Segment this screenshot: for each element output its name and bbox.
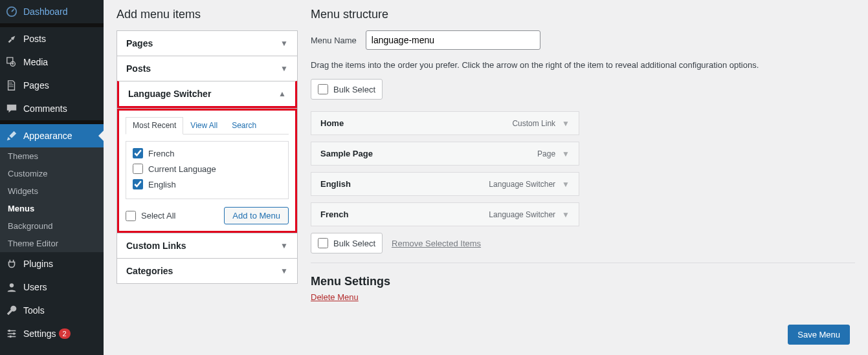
submenu-themes[interactable]: Themes <box>0 147 104 165</box>
option-label: French <box>148 149 174 158</box>
sidebar-item-users[interactable]: Users <box>0 275 104 299</box>
menu-item-french[interactable]: French Language Switcher▼ <box>311 202 579 226</box>
remove-selected-link[interactable]: Remove Selected Items <box>392 239 481 248</box>
menu-name-input[interactable] <box>366 30 540 50</box>
panel-pages[interactable]: Pages ▼ <box>117 31 297 56</box>
submenu-customize[interactable]: Customize <box>0 165 104 182</box>
menu-item-type: Custom Link <box>512 119 555 128</box>
panel-label: Categories <box>126 266 173 276</box>
save-menu-button[interactable]: Save Menu <box>788 325 850 345</box>
submenu-background[interactable]: Background <box>0 217 104 235</box>
tab-search[interactable]: Search <box>225 117 263 134</box>
chevron-down-icon[interactable]: ▼ <box>562 119 570 128</box>
sidebar-label: Dashboard <box>23 6 68 17</box>
menu-item-title: Home <box>320 118 344 128</box>
chevron-down-icon: ▼ <box>280 266 288 275</box>
checkbox-select-all[interactable] <box>126 211 136 221</box>
user-icon <box>5 281 18 294</box>
pin-icon <box>5 32 18 45</box>
submenu-menus[interactable]: Menus <box>0 200 104 217</box>
menu-item-english[interactable]: English Language Switcher▼ <box>311 172 579 196</box>
brush-icon <box>5 129 18 142</box>
add-to-menu-button[interactable]: Add to Menu <box>224 207 289 224</box>
sidebar-item-posts[interactable]: Posts <box>0 27 104 50</box>
tab-group: Most Recent View All Search <box>126 117 289 134</box>
sidebar-item-plugins[interactable]: Plugins <box>0 252 104 275</box>
sidebar-item-comments[interactable]: Comments <box>0 97 104 120</box>
panel-label: Pages <box>126 38 153 48</box>
panel-posts[interactable]: Posts ▼ <box>117 56 297 81</box>
plug-icon <box>5 257 18 270</box>
sidebar-item-dashboard[interactable]: Dashboard <box>0 0 104 23</box>
chevron-up-icon: ▲ <box>278 89 286 98</box>
sidebar-label: Users <box>23 282 47 292</box>
sidebar-item-pages[interactable]: Pages <box>0 74 104 97</box>
add-menu-heading: Add menu items <box>117 8 298 21</box>
language-options: French Current Language English <box>126 141 289 199</box>
sidebar-label: Plugins <box>23 259 53 269</box>
sidebar-item-appearance[interactable]: Appearance <box>0 124 104 147</box>
sliders-icon <box>5 327 18 340</box>
bulk-select-top-checkbox[interactable] <box>318 84 328 94</box>
chevron-down-icon: ▼ <box>280 64 288 73</box>
option-label: Current Language <box>148 164 216 174</box>
tab-most-recent[interactable]: Most Recent <box>126 117 183 134</box>
sidebar-label: Settings <box>23 328 56 339</box>
checkbox-french[interactable] <box>133 148 143 158</box>
sidebar-label: Media <box>23 57 48 67</box>
panel-label: Custom Links <box>126 241 186 251</box>
panel-label: Language Switcher <box>128 89 211 99</box>
comment-icon <box>5 102 18 115</box>
delete-menu-link[interactable]: Delete Menu <box>311 292 359 302</box>
panel-language-switcher[interactable]: Language Switcher ▲ <box>117 81 297 108</box>
language-switcher-body: Most Recent View All Search French <box>117 109 297 233</box>
add-menu-accordion: Pages ▼ Posts ▼ Language Switcher ▲ Most… <box>117 30 298 284</box>
sidebar-item-tools[interactable]: Tools <box>0 299 104 322</box>
panel-categories[interactable]: Categories ▼ <box>117 258 297 283</box>
dashboard-icon <box>5 5 18 18</box>
checkbox-english[interactable] <box>133 179 143 189</box>
sidebar-label: Appearance <box>23 131 72 141</box>
submenu-theme-editor[interactable]: Theme Editor <box>0 235 104 252</box>
content-area: Add menu items Pages ▼ Posts ▼ Language … <box>104 0 868 355</box>
tab-view-all[interactable]: View All <box>183 117 225 134</box>
chevron-down-icon[interactable]: ▼ <box>562 210 570 219</box>
menu-item-title: English <box>320 179 351 189</box>
media-icon <box>5 56 18 69</box>
menu-item-home[interactable]: Home Custom Link▼ <box>311 111 579 135</box>
sidebar-label: Tools <box>23 305 45 316</box>
svg-point-2 <box>10 283 14 287</box>
menu-item-type: Language Switcher <box>489 180 555 189</box>
menu-name-label: Menu Name <box>311 36 357 45</box>
menu-item-type: Page <box>537 149 555 158</box>
sidebar-label: Pages <box>23 80 49 91</box>
submenu-widgets[interactable]: Widgets <box>0 182 104 200</box>
page-icon <box>5 79 18 92</box>
menu-items-list: Home Custom Link▼ Sample Page Page▼ Engl… <box>311 111 579 226</box>
svg-point-3 <box>8 330 11 332</box>
wrench-icon <box>5 304 18 317</box>
chevron-down-icon: ▼ <box>280 39 288 48</box>
svg-point-4 <box>13 332 16 335</box>
select-all-label: Select All <box>141 211 175 221</box>
menu-item-type: Language Switcher <box>489 210 555 219</box>
menu-item-sample-page[interactable]: Sample Page Page▼ <box>311 142 579 166</box>
bulk-select-label: Bulk Select <box>333 85 375 94</box>
sidebar-item-media[interactable]: Media <box>0 50 104 74</box>
menu-structure-heading: Menu structure <box>311 8 855 21</box>
panel-custom-links[interactable]: Custom Links ▼ <box>117 233 297 258</box>
admin-sidebar: Dashboard Posts Media Pages Comments App… <box>0 0 104 355</box>
chevron-down-icon[interactable]: ▼ <box>562 180 570 189</box>
menu-item-title: French <box>320 210 348 219</box>
chevron-down-icon[interactable]: ▼ <box>562 149 570 158</box>
bulk-select-bottom-checkbox[interactable] <box>318 238 328 248</box>
appearance-submenu: Themes Customize Widgets Menus Backgroun… <box>0 147 104 252</box>
settings-badge: 2 <box>59 328 71 339</box>
svg-point-5 <box>9 336 12 338</box>
chevron-down-icon: ▼ <box>280 241 288 250</box>
sidebar-item-settings[interactable]: Settings 2 <box>0 322 104 345</box>
checkbox-current-language[interactable] <box>133 164 143 174</box>
sidebar-label: Comments <box>23 103 67 114</box>
option-label: English <box>148 180 176 189</box>
menu-item-title: Sample Page <box>320 149 373 158</box>
